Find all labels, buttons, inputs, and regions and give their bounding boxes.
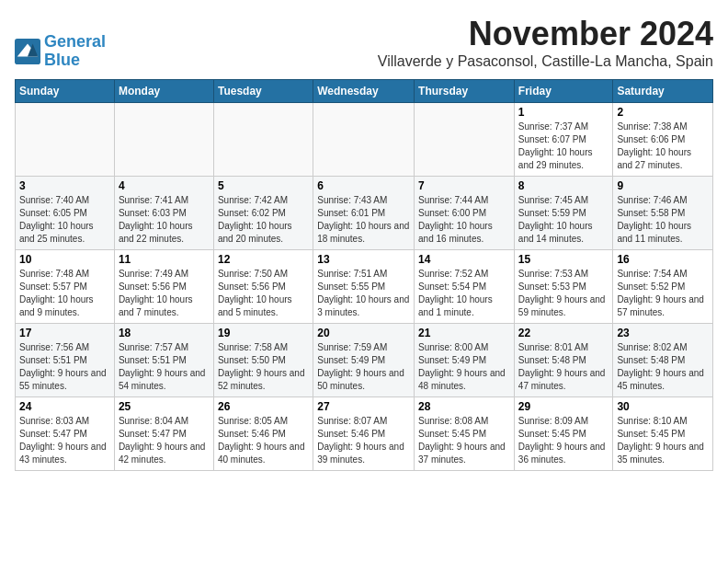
day-info: Sunrise: 8:02 AM Sunset: 5:48 PM Dayligh…	[617, 341, 709, 393]
day-info: Sunrise: 7:38 AM Sunset: 6:06 PM Dayligh…	[617, 121, 709, 172]
day-number: 15	[518, 253, 609, 266]
calendar-cell: 24Sunrise: 8:03 AM Sunset: 5:47 PM Dayli…	[16, 397, 115, 471]
calendar-cell: 5Sunrise: 7:42 AM Sunset: 6:02 PM Daylig…	[213, 177, 313, 250]
day-info: Sunrise: 8:00 AM Sunset: 5:49 PM Dayligh…	[418, 341, 510, 393]
day-number: 5	[218, 179, 309, 192]
month-title: November 2024	[378, 15, 713, 53]
calendar-cell: 23Sunrise: 8:02 AM Sunset: 5:48 PM Dayli…	[613, 324, 713, 397]
weekday-header: Friday	[514, 80, 613, 103]
day-info: Sunrise: 8:10 AM Sunset: 5:45 PM Dayligh…	[617, 415, 709, 466]
calendar-header: SundayMondayTuesdayWednesdayThursdayFrid…	[16, 80, 713, 103]
calendar-cell: 10Sunrise: 7:48 AM Sunset: 5:57 PM Dayli…	[16, 250, 115, 324]
calendar-week-row: 17Sunrise: 7:56 AM Sunset: 5:51 PM Dayli…	[16, 324, 713, 397]
calendar-cell: 11Sunrise: 7:49 AM Sunset: 5:56 PM Dayli…	[114, 250, 213, 324]
day-info: Sunrise: 7:45 AM Sunset: 5:59 PM Dayligh…	[518, 194, 609, 246]
day-number: 7	[418, 179, 510, 192]
calendar-body: 1Sunrise: 7:37 AM Sunset: 6:07 PM Daylig…	[16, 103, 713, 471]
day-number: 2	[617, 106, 709, 119]
calendar-cell: 19Sunrise: 7:58 AM Sunset: 5:50 PM Dayli…	[213, 324, 313, 397]
calendar-cell: 16Sunrise: 7:54 AM Sunset: 5:52 PM Dayli…	[613, 250, 713, 324]
day-number: 17	[19, 327, 110, 339]
day-number: 25	[119, 400, 210, 413]
day-number: 27	[317, 400, 410, 413]
calendar-cell: 17Sunrise: 7:56 AM Sunset: 5:51 PM Dayli…	[16, 324, 115, 397]
day-number: 3	[19, 179, 110, 192]
day-info: Sunrise: 8:03 AM Sunset: 5:47 PM Dayligh…	[19, 415, 110, 466]
day-number: 4	[119, 179, 210, 192]
day-info: Sunrise: 7:37 AM Sunset: 6:07 PM Dayligh…	[518, 121, 609, 172]
header-row: SundayMondayTuesdayWednesdayThursdayFrid…	[16, 80, 713, 103]
day-number: 22	[518, 327, 609, 339]
day-info: Sunrise: 7:42 AM Sunset: 6:02 PM Dayligh…	[218, 194, 309, 246]
day-info: Sunrise: 7:59 AM Sunset: 5:49 PM Dayligh…	[317, 341, 410, 393]
calendar-table: SundayMondayTuesdayWednesdayThursdayFrid…	[15, 79, 713, 471]
day-info: Sunrise: 8:04 AM Sunset: 5:47 PM Dayligh…	[119, 415, 210, 466]
day-number: 20	[317, 327, 410, 339]
calendar-cell: 30Sunrise: 8:10 AM Sunset: 5:45 PM Dayli…	[613, 397, 713, 471]
day-number: 11	[119, 253, 210, 266]
logo: General Blue	[15, 33, 106, 70]
day-number: 30	[617, 400, 709, 413]
day-info: Sunrise: 7:56 AM Sunset: 5:51 PM Dayligh…	[19, 341, 110, 393]
calendar-cell: 15Sunrise: 7:53 AM Sunset: 5:53 PM Dayli…	[514, 250, 613, 324]
calendar-cell	[213, 103, 313, 177]
day-info: Sunrise: 8:05 AM Sunset: 5:46 PM Dayligh…	[218, 415, 309, 466]
day-number: 24	[19, 400, 110, 413]
calendar-week-row: 24Sunrise: 8:03 AM Sunset: 5:47 PM Dayli…	[16, 397, 713, 471]
day-number: 13	[317, 253, 410, 266]
day-number: 29	[518, 400, 609, 413]
calendar-cell: 27Sunrise: 8:07 AM Sunset: 5:46 PM Dayli…	[313, 397, 415, 471]
calendar-week-row: 1Sunrise: 7:37 AM Sunset: 6:07 PM Daylig…	[16, 103, 713, 177]
logo-line2: Blue	[44, 51, 80, 69]
title-section: November 2024 Villaverde y Pasaconsol, C…	[378, 15, 713, 70]
day-number: 6	[317, 179, 410, 192]
calendar-cell: 6Sunrise: 7:43 AM Sunset: 6:01 PM Daylig…	[313, 177, 415, 250]
day-info: Sunrise: 7:48 AM Sunset: 5:57 PM Dayligh…	[19, 268, 110, 319]
day-number: 23	[617, 327, 709, 339]
logo-line1: General	[44, 32, 106, 51]
calendar-cell	[16, 103, 115, 177]
day-info: Sunrise: 8:01 AM Sunset: 5:48 PM Dayligh…	[518, 341, 609, 393]
day-info: Sunrise: 7:50 AM Sunset: 5:56 PM Dayligh…	[218, 268, 309, 319]
calendar-cell: 29Sunrise: 8:09 AM Sunset: 5:45 PM Dayli…	[514, 397, 613, 471]
calendar-cell: 28Sunrise: 8:08 AM Sunset: 5:45 PM Dayli…	[415, 397, 515, 471]
day-number: 1	[518, 106, 609, 119]
day-number: 14	[418, 253, 510, 266]
day-info: Sunrise: 7:40 AM Sunset: 6:05 PM Dayligh…	[19, 194, 110, 246]
calendar-cell: 9Sunrise: 7:46 AM Sunset: 5:58 PM Daylig…	[613, 177, 713, 250]
calendar-cell	[114, 103, 213, 177]
weekday-header: Tuesday	[213, 80, 313, 103]
calendar-cell: 21Sunrise: 8:00 AM Sunset: 5:49 PM Dayli…	[415, 324, 515, 397]
weekday-header: Saturday	[613, 80, 713, 103]
day-number: 8	[518, 179, 609, 192]
calendar-cell: 18Sunrise: 7:57 AM Sunset: 5:51 PM Dayli…	[114, 324, 213, 397]
day-info: Sunrise: 8:07 AM Sunset: 5:46 PM Dayligh…	[317, 415, 410, 466]
calendar-cell: 25Sunrise: 8:04 AM Sunset: 5:47 PM Dayli…	[114, 397, 213, 471]
calendar-cell: 26Sunrise: 8:05 AM Sunset: 5:46 PM Dayli…	[213, 397, 313, 471]
day-info: Sunrise: 7:52 AM Sunset: 5:54 PM Dayligh…	[418, 268, 510, 319]
calendar-cell	[313, 103, 415, 177]
day-number: 21	[418, 327, 510, 339]
calendar-cell: 12Sunrise: 7:50 AM Sunset: 5:56 PM Dayli…	[213, 250, 313, 324]
calendar-week-row: 3Sunrise: 7:40 AM Sunset: 6:05 PM Daylig…	[16, 177, 713, 250]
weekday-header: Monday	[114, 80, 213, 103]
calendar-cell: 22Sunrise: 8:01 AM Sunset: 5:48 PM Dayli…	[514, 324, 613, 397]
day-info: Sunrise: 7:53 AM Sunset: 5:53 PM Dayligh…	[518, 268, 609, 319]
day-number: 16	[617, 253, 709, 266]
day-number: 12	[218, 253, 309, 266]
day-info: Sunrise: 7:43 AM Sunset: 6:01 PM Dayligh…	[317, 194, 410, 246]
calendar-cell: 8Sunrise: 7:45 AM Sunset: 5:59 PM Daylig…	[514, 177, 613, 250]
calendar-cell	[415, 103, 515, 177]
day-info: Sunrise: 7:51 AM Sunset: 5:55 PM Dayligh…	[317, 268, 410, 319]
location-title: Villaverde y Pasaconsol, Castille-La Man…	[378, 53, 713, 70]
calendar-cell: 14Sunrise: 7:52 AM Sunset: 5:54 PM Dayli…	[415, 250, 515, 324]
day-number: 28	[418, 400, 510, 413]
day-info: Sunrise: 7:57 AM Sunset: 5:51 PM Dayligh…	[119, 341, 210, 393]
weekday-header: Wednesday	[313, 80, 415, 103]
calendar-cell: 4Sunrise: 7:41 AM Sunset: 6:03 PM Daylig…	[114, 177, 213, 250]
weekday-header: Thursday	[415, 80, 515, 103]
day-info: Sunrise: 7:49 AM Sunset: 5:56 PM Dayligh…	[119, 268, 210, 319]
day-number: 26	[218, 400, 309, 413]
day-info: Sunrise: 7:44 AM Sunset: 6:00 PM Dayligh…	[418, 194, 510, 246]
day-info: Sunrise: 7:41 AM Sunset: 6:03 PM Dayligh…	[119, 194, 210, 246]
